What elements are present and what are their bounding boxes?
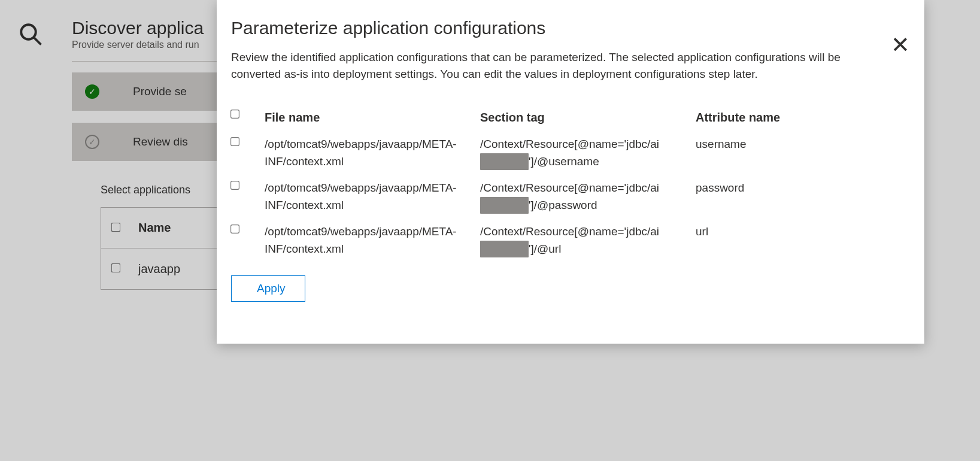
table-row: /opt/tomcat9/webapps/javaapp/META-INF/co…	[231, 131, 900, 175]
redacted-text: ██████	[480, 197, 529, 214]
attribute-cell: url	[696, 223, 900, 241]
col-header-attribute: Attribute name	[696, 108, 900, 126]
col-header-section-tag: Section tag	[480, 108, 696, 126]
close-icon: ✕	[891, 32, 910, 57]
section-tag-cell: /Context/Resource[@name='jdbc/ai ██████'…	[480, 136, 696, 170]
file-name-cell: /opt/tomcat9/webapps/javaapp/META-INF/co…	[265, 180, 480, 214]
redacted-text: ██████	[480, 241, 529, 258]
row-checkbox[interactable]	[230, 181, 239, 190]
modal-title: Parameterize application configurations	[231, 18, 900, 38]
section-tag-cell: /Context/Resource[@name='jdbc/ai ██████'…	[480, 180, 696, 214]
file-name-cell: /opt/tomcat9/webapps/javaapp/META-INF/co…	[265, 223, 480, 257]
table-header-row: File name Section tag Attribute name	[231, 104, 900, 131]
row-checkbox[interactable]	[230, 137, 239, 146]
apply-button[interactable]: Apply	[231, 275, 305, 302]
section-tag-cell: /Context/Resource[@name='jdbc/ai ██████'…	[480, 223, 696, 257]
row-checkbox[interactable]	[230, 225, 239, 233]
redacted-text: ██████	[480, 153, 529, 171]
table-row: /opt/tomcat9/webapps/javaapp/META-INF/co…	[231, 175, 900, 219]
col-header-file: File name	[265, 108, 480, 126]
parameterize-modal: ✕ Parameterize application configuration…	[217, 0, 924, 344]
select-all-checkbox[interactable]	[230, 110, 239, 119]
table-row: /opt/tomcat9/webapps/javaapp/META-INF/co…	[231, 219, 900, 262]
attribute-cell: password	[696, 180, 900, 197]
modal-description: Review the identified application config…	[231, 49, 866, 82]
file-name-cell: /opt/tomcat9/webapps/javaapp/META-INF/co…	[265, 136, 480, 170]
close-button[interactable]: ✕	[891, 34, 910, 56]
configurations-table: File name Section tag Attribute name /op…	[231, 104, 900, 262]
attribute-cell: username	[696, 136, 900, 153]
